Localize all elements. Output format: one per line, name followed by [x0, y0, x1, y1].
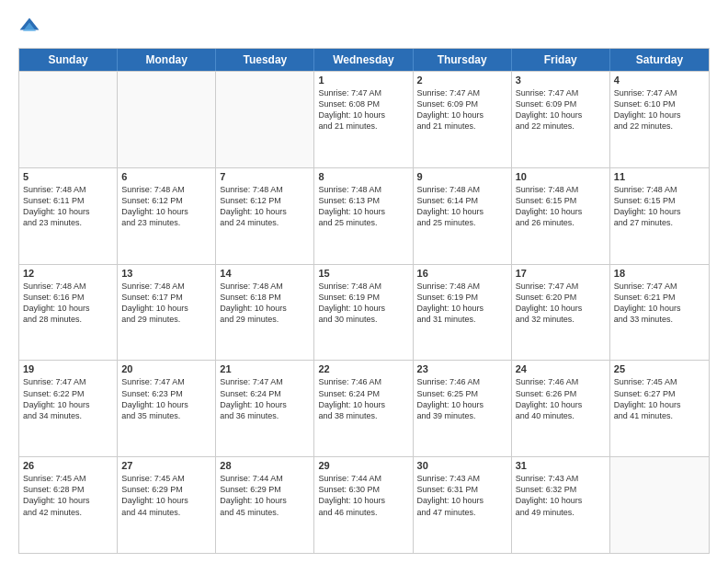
calendar-day-20: 20Sunrise: 7:47 AMSunset: 6:23 PMDayligh…	[118, 361, 216, 456]
calendar-day-21: 21Sunrise: 7:47 AMSunset: 6:24 PMDayligh…	[216, 361, 314, 456]
day-info: Sunrise: 7:47 AMSunset: 6:23 PMDaylight:…	[121, 376, 211, 421]
calendar-day-7: 7Sunrise: 7:48 AMSunset: 6:12 PMDaylight…	[216, 168, 314, 264]
calendar-day-27: 27Sunrise: 7:45 AMSunset: 6:29 PMDayligh…	[118, 457, 216, 553]
calendar-day-22: 22Sunrise: 7:46 AMSunset: 6:24 PMDayligh…	[314, 361, 413, 456]
calendar-day-18: 18Sunrise: 7:47 AMSunset: 6:21 PMDayligh…	[610, 265, 709, 361]
day-number: 18	[614, 268, 705, 279]
calendar-day-19: 19Sunrise: 7:47 AMSunset: 6:22 PMDayligh…	[19, 361, 118, 456]
day-info: Sunrise: 7:48 AMSunset: 6:15 PMDaylight:…	[516, 184, 606, 229]
page: SundayMondayTuesdayWednesdayThursdayFrid…	[0, 0, 728, 563]
day-info: Sunrise: 7:43 AMSunset: 6:32 PMDaylight:…	[516, 473, 606, 518]
calendar-day-8: 8Sunrise: 7:48 AMSunset: 6:13 PMDaylight…	[314, 168, 413, 264]
day-number: 23	[417, 363, 507, 374]
day-info: Sunrise: 7:48 AMSunset: 6:11 PMDaylight:…	[23, 184, 113, 229]
calendar-day-29: 29Sunrise: 7:44 AMSunset: 6:30 PMDayligh…	[314, 457, 413, 553]
header	[18, 17, 710, 39]
calendar-day-6: 6Sunrise: 7:48 AMSunset: 6:12 PMDaylight…	[118, 168, 216, 264]
day-info: Sunrise: 7:48 AMSunset: 6:14 PMDaylight:…	[417, 184, 507, 229]
day-number: 29	[318, 460, 408, 471]
calendar-body: 1Sunrise: 7:47 AMSunset: 6:08 PMDaylight…	[19, 71, 709, 553]
calendar-empty-cell	[216, 72, 314, 167]
day-number: 1	[318, 75, 408, 86]
day-number: 20	[121, 363, 211, 374]
day-header-saturday: Saturday	[610, 49, 709, 71]
day-info: Sunrise: 7:47 AMSunset: 6:10 PMDaylight:…	[614, 87, 705, 132]
calendar-day-15: 15Sunrise: 7:48 AMSunset: 6:19 PMDayligh…	[314, 265, 413, 361]
day-number: 4	[614, 75, 705, 86]
day-info: Sunrise: 7:45 AMSunset: 6:28 PMDaylight:…	[23, 473, 113, 518]
day-info: Sunrise: 7:43 AMSunset: 6:31 PMDaylight:…	[417, 473, 507, 518]
day-number: 26	[23, 460, 113, 471]
day-info: Sunrise: 7:46 AMSunset: 6:24 PMDaylight:…	[318, 376, 408, 421]
day-info: Sunrise: 7:48 AMSunset: 6:17 PMDaylight:…	[121, 281, 211, 326]
day-info: Sunrise: 7:45 AMSunset: 6:29 PMDaylight:…	[121, 473, 211, 518]
calendar-row-2: 5Sunrise: 7:48 AMSunset: 6:11 PMDaylight…	[19, 167, 709, 264]
day-number: 28	[220, 460, 310, 471]
day-number: 6	[121, 171, 211, 182]
day-number: 2	[417, 75, 507, 86]
day-number: 11	[614, 171, 705, 182]
day-number: 31	[516, 460, 606, 471]
calendar-day-14: 14Sunrise: 7:48 AMSunset: 6:18 PMDayligh…	[216, 265, 314, 361]
calendar-row-3: 12Sunrise: 7:48 AMSunset: 6:16 PMDayligh…	[19, 264, 709, 361]
day-info: Sunrise: 7:47 AMSunset: 6:09 PMDaylight:…	[516, 87, 606, 132]
calendar-row-5: 26Sunrise: 7:45 AMSunset: 6:28 PMDayligh…	[19, 456, 709, 553]
calendar-day-2: 2Sunrise: 7:47 AMSunset: 6:09 PMDaylight…	[414, 72, 512, 167]
day-info: Sunrise: 7:48 AMSunset: 6:18 PMDaylight:…	[220, 281, 310, 326]
calendar-day-31: 31Sunrise: 7:43 AMSunset: 6:32 PMDayligh…	[512, 457, 610, 553]
day-info: Sunrise: 7:47 AMSunset: 6:21 PMDaylight:…	[614, 281, 705, 326]
calendar-day-16: 16Sunrise: 7:48 AMSunset: 6:19 PMDayligh…	[414, 265, 512, 361]
day-number: 24	[516, 363, 606, 374]
calendar-day-28: 28Sunrise: 7:44 AMSunset: 6:29 PMDayligh…	[216, 457, 314, 553]
day-number: 12	[23, 268, 113, 279]
day-info: Sunrise: 7:48 AMSunset: 6:19 PMDaylight:…	[417, 281, 507, 326]
day-number: 9	[417, 171, 507, 182]
day-info: Sunrise: 7:47 AMSunset: 6:09 PMDaylight:…	[417, 87, 507, 132]
day-header-monday: Monday	[118, 49, 216, 71]
day-info: Sunrise: 7:47 AMSunset: 6:22 PMDaylight:…	[23, 376, 113, 421]
day-info: Sunrise: 7:44 AMSunset: 6:29 PMDaylight:…	[220, 473, 310, 518]
day-info: Sunrise: 7:48 AMSunset: 6:12 PMDaylight:…	[121, 184, 211, 229]
calendar-day-13: 13Sunrise: 7:48 AMSunset: 6:17 PMDayligh…	[118, 265, 216, 361]
day-info: Sunrise: 7:48 AMSunset: 6:16 PMDaylight:…	[23, 281, 113, 326]
calendar: SundayMondayTuesdayWednesdayThursdayFrid…	[18, 48, 710, 554]
day-number: 30	[417, 460, 507, 471]
calendar-day-5: 5Sunrise: 7:48 AMSunset: 6:11 PMDaylight…	[19, 168, 118, 264]
day-info: Sunrise: 7:47 AMSunset: 6:24 PMDaylight:…	[220, 376, 310, 421]
day-number: 15	[318, 268, 408, 279]
day-info: Sunrise: 7:46 AMSunset: 6:26 PMDaylight:…	[516, 376, 606, 421]
day-info: Sunrise: 7:48 AMSunset: 6:12 PMDaylight:…	[220, 184, 310, 229]
day-header-thursday: Thursday	[414, 49, 512, 71]
calendar-day-10: 10Sunrise: 7:48 AMSunset: 6:15 PMDayligh…	[512, 168, 610, 264]
day-number: 16	[417, 268, 507, 279]
calendar-empty-cell	[19, 72, 118, 167]
calendar-day-24: 24Sunrise: 7:46 AMSunset: 6:26 PMDayligh…	[512, 361, 610, 456]
calendar-day-25: 25Sunrise: 7:45 AMSunset: 6:27 PMDayligh…	[610, 361, 709, 456]
day-number: 7	[220, 171, 310, 182]
calendar-empty-cell	[118, 72, 216, 167]
day-number: 13	[121, 268, 211, 279]
day-info: Sunrise: 7:46 AMSunset: 6:25 PMDaylight:…	[417, 376, 507, 421]
day-number: 27	[121, 460, 211, 471]
logo	[18, 17, 44, 39]
calendar-day-23: 23Sunrise: 7:46 AMSunset: 6:25 PMDayligh…	[414, 361, 512, 456]
calendar-row-1: 1Sunrise: 7:47 AMSunset: 6:08 PMDaylight…	[19, 71, 709, 167]
calendar-day-17: 17Sunrise: 7:47 AMSunset: 6:20 PMDayligh…	[512, 265, 610, 361]
day-info: Sunrise: 7:44 AMSunset: 6:30 PMDaylight:…	[318, 473, 408, 518]
day-number: 10	[516, 171, 606, 182]
calendar-day-3: 3Sunrise: 7:47 AMSunset: 6:09 PMDaylight…	[512, 72, 610, 167]
day-info: Sunrise: 7:47 AMSunset: 6:08 PMDaylight:…	[318, 87, 408, 132]
day-header-tuesday: Tuesday	[216, 49, 314, 71]
calendar-day-12: 12Sunrise: 7:48 AMSunset: 6:16 PMDayligh…	[19, 265, 118, 361]
day-number: 25	[614, 363, 705, 374]
calendar-header: SundayMondayTuesdayWednesdayThursdayFrid…	[19, 49, 709, 71]
day-number: 8	[318, 171, 408, 182]
calendar-day-1: 1Sunrise: 7:47 AMSunset: 6:08 PMDaylight…	[314, 72, 413, 167]
day-header-wednesday: Wednesday	[314, 49, 413, 71]
day-info: Sunrise: 7:45 AMSunset: 6:27 PMDaylight:…	[614, 376, 705, 421]
calendar-day-4: 4Sunrise: 7:47 AMSunset: 6:10 PMDaylight…	[610, 72, 709, 167]
day-info: Sunrise: 7:48 AMSunset: 6:15 PMDaylight:…	[614, 184, 705, 229]
calendar-empty-cell	[610, 457, 709, 553]
calendar-day-11: 11Sunrise: 7:48 AMSunset: 6:15 PMDayligh…	[610, 168, 709, 264]
day-number: 5	[23, 171, 113, 182]
